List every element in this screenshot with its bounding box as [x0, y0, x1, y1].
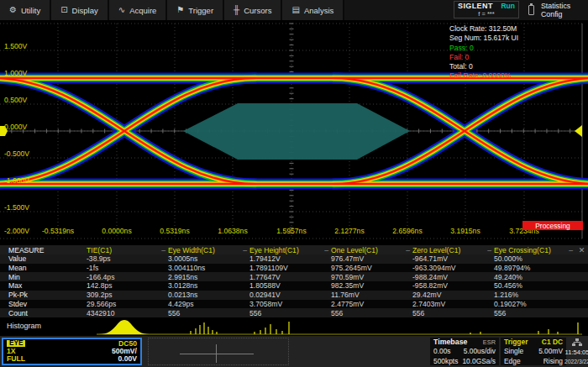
measure-value: 49.240% — [494, 273, 575, 281]
menu-item-acquire[interactable]: ∿Acquire — [109, 0, 168, 20]
trigger-source: C1 DC — [542, 338, 563, 345]
info-line: Fail: 0 — [449, 53, 518, 62]
measure-value: -166.4ps — [87, 273, 168, 281]
eye-diagram-plot[interactable]: Clock Rate: 312.50MSeg Num: 15.617k UIPa… — [0, 20, 588, 245]
close-measure-button[interactable]: ✕ — [575, 246, 588, 254]
axis-label: -2.000V — [4, 227, 29, 235]
histogram-canvas — [0, 317, 588, 336]
trigger-level-marker[interactable] — [575, 125, 582, 137]
menu-items: ⚙Utility⊡Display∿Acquire⚑Trigger╫Cursors… — [0, 0, 344, 20]
trigger-panel[interactable]: Trigger C1 DC Single 5.00mV Edge Rising — [501, 338, 566, 365]
menu-item-label: Trigger — [188, 6, 213, 15]
axis-label: 0.000V — [4, 123, 27, 131]
info-line: Total: 0 — [449, 62, 518, 71]
siglent-logo: SIGLENT — [458, 3, 493, 10]
axis-label: 1.000V — [4, 69, 27, 77]
menu-item-label: Display — [72, 6, 98, 15]
clock-date: 2022/3/22 — [564, 359, 588, 364]
measure-column-label: Eye Crossing(C1) — [494, 246, 551, 254]
measure-column-label: TIE(C1) — [87, 246, 112, 254]
measure-value: 50.456% — [494, 281, 575, 290]
column-separator: – — [243, 246, 249, 254]
measure-column-label: Zero Level(C1) — [412, 246, 460, 254]
axis-label: 2.1277ns — [324, 227, 375, 235]
timebase-scale: 5.00us/div — [464, 348, 496, 354]
measure-row-label: Mean — [0, 264, 87, 272]
trigger-title: Trigger — [504, 338, 528, 345]
column-separator: – — [487, 246, 494, 254]
axis-label: 0.0000ns — [92, 227, 142, 235]
measure-value: 3.0005ns — [168, 254, 249, 263]
flag-icon: ⚑ — [176, 6, 184, 14]
measure-value: -958.82mV — [412, 281, 494, 290]
timebase-sample-rate: 10.0GSa/s — [462, 358, 496, 364]
measure-row-pk-pk: Pk-Pk309.2ps0.0213ns0.02941V11.76mV29.42… — [0, 291, 588, 300]
column-separator: – — [569, 246, 575, 254]
menu-item-utility[interactable]: ⚙Utility — [0, 0, 51, 20]
measure-value: 1.79412V — [249, 254, 331, 263]
menu-item-display[interactable]: ⊡Display — [51, 0, 109, 20]
crosshair-icon — [216, 344, 217, 363]
info-line: Fail Rate: 0.0000% — [449, 71, 518, 81]
axis-label: 0.5319ns — [150, 227, 200, 235]
info-line: Seg Num: 15.617k UI — [449, 34, 518, 43]
measure-value: 556 — [412, 309, 494, 317]
menu-item-analysis[interactable]: ▤Analysis — [282, 0, 344, 20]
battery-icon — [528, 5, 534, 15]
acquire-icon: ∿ — [118, 6, 125, 14]
measure-value: 11.76mV — [331, 291, 412, 299]
measure-table-header: MEASURETIE(C1)–Eye Width(C1)–Eye Height(… — [0, 245, 588, 254]
histogram-label: Histogram — [7, 322, 41, 330]
menu-item-trigger[interactable]: ⚑Trigger — [167, 0, 224, 20]
channel-offset: 0.00V — [118, 355, 137, 363]
measure-value: 3.0128ns — [168, 281, 249, 290]
timebase-panel[interactable]: Timebase ESR 0.00s 5.00us/div 500kpts 10… — [430, 338, 499, 365]
measure-column-label: One Level(C1) — [331, 246, 378, 254]
column-separator: – — [161, 246, 168, 254]
display-icon: ⊡ — [60, 6, 67, 14]
bottom-bar: EYE DC50 1X 500mV/ FULL 0.00V Timebase E… — [0, 336, 588, 367]
oscilloscope-screen: ⚙Utility⊡Display∿Acquire⚑Trigger╫Cursors… — [0, 0, 588, 367]
run-status[interactable]: Run — [501, 3, 515, 10]
column-separator: – — [324, 246, 331, 254]
measure-value: 556 — [168, 309, 249, 317]
histogram-strip: Histogram — [0, 317, 588, 336]
measure-value: 3.7058mV — [249, 300, 331, 308]
channel-descriptor-c1[interactable]: EYE DC50 1X 500mV/ FULL 0.00V — [2, 338, 142, 365]
menu-item-cursors[interactable]: ╫Cursors — [224, 0, 282, 20]
measure-value: 2.9915ns — [168, 273, 249, 281]
measure-value: 50.000% — [494, 254, 575, 263]
cursors-icon: ╫ — [234, 6, 239, 14]
info-line: Clock Rate: 312.50M — [449, 24, 518, 34]
menu-item-label: Analysis — [304, 6, 333, 15]
measure-value: 2.7403mV — [412, 300, 494, 308]
measure-column-label: Eye Height(C1) — [249, 246, 299, 254]
measure-column-header: Eye Height(C1)– — [249, 246, 331, 254]
measure-value: 0.02941V — [249, 291, 331, 299]
measure-row-count: Count4342910556556556556556 — [0, 308, 588, 317]
measure-row-min: Min-166.4ps2.9915ns1.77647V970.59mV-988.… — [0, 272, 588, 281]
measure-value: 970.59mV — [331, 273, 412, 281]
measure-value: 556 — [494, 309, 575, 317]
network-icon — [572, 338, 582, 346]
measure-row-mean: Mean-1fs3.004110ns1.7891109V975.2645mV-9… — [0, 264, 588, 273]
measure-value: -963.3094mV — [412, 264, 494, 272]
timebase-title: Timebase — [433, 338, 467, 346]
crosshair-icon — [180, 354, 254, 354]
measure-value: 556 — [249, 309, 331, 317]
timebase-mode: ESR — [483, 339, 496, 345]
axis-label: 3.1915ns — [440, 227, 491, 235]
measure-value: 1.80588V — [249, 281, 331, 290]
measure-value: 29.42mV — [412, 291, 494, 299]
measure-column-header: Eye Crossing(C1)– — [494, 246, 575, 254]
measure-value: -988.24mV — [412, 273, 494, 281]
measure-value: 3.004110ns — [168, 264, 249, 272]
measure-row-label: Value — [0, 254, 87, 263]
measure-value: -964.71mV — [412, 254, 494, 263]
statistics-config-button[interactable]: Statistics Config — [541, 0, 588, 20]
measure-column-header: Zero Level(C1)– — [412, 246, 494, 254]
menu-item-label: Acquire — [129, 6, 156, 15]
menu-item-label: Utility — [21, 6, 40, 15]
axis-label: 0.500V — [4, 96, 27, 104]
measure-value: 1.216% — [494, 291, 575, 299]
